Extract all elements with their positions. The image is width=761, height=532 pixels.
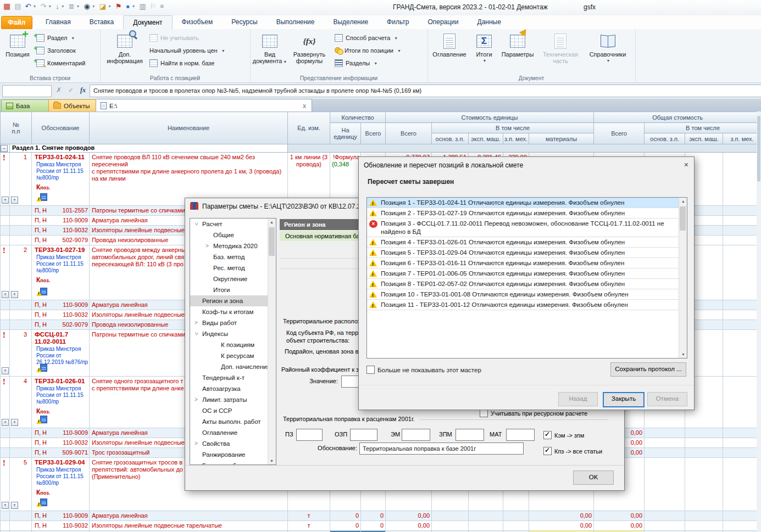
resource-code-cell[interactable]: П, Н110-9009 <box>32 511 90 521</box>
unit-cell[interactable]: т <box>288 521 330 531</box>
tree-item[interactable]: >Методика 2020 <box>190 240 276 251</box>
row-icon-cell[interactable] <box>1 438 10 448</box>
col-header-ozp[interactable]: основ. з.п. <box>432 133 469 144</box>
comment-button[interactable]: Комментарий <box>34 58 87 69</box>
tab-objects[interactable]: Объекты <box>48 99 98 112</box>
sort-level-icon[interactable]: ↓▼ <box>55 2 64 10</box>
back-button[interactable]: Назад <box>558 392 598 406</box>
tree-item[interactable]: Рес. метод <box>190 262 276 273</box>
resource-code-cell[interactable]: П, Н101-2557 <box>32 206 90 216</box>
justification-cell[interactable]: ТЕР33-01-024-11Приказ Минстроя России от… <box>32 153 90 206</box>
col-header-zpm[interactable]: з.п. мех. <box>503 133 529 144</box>
total-em-cell[interactable] <box>685 458 723 511</box>
dont-show-checkbox[interactable]: Больше не показывать этот мастер <box>366 366 481 374</box>
recalc-list-item[interactable]: Позиция 5 - ТЕР33-01-029-04 Отличаются е… <box>367 248 687 258</box>
position-button[interactable]: Позиция <box>3 31 32 73</box>
section-button[interactable]: Раздел▼ <box>34 32 87 43</box>
additional-info-button[interactable]: Доп. информация <box>107 31 143 73</box>
tree-item[interactable]: Регион и зона <box>190 295 276 306</box>
row-icon-cell[interactable] <box>1 216 10 226</box>
function-icon[interactable]: fx <box>80 86 86 94</box>
resource-code-cell[interactable]: П, Н502-9079 <box>32 320 90 330</box>
checkbox-icon[interactable] <box>366 366 375 374</box>
resource-name-cell[interactable]: Изоляторы линейные подвесные тарельчатые <box>90 521 288 531</box>
tab-filtr[interactable]: Фильтр <box>377 15 418 29</box>
section-row[interactable]: −Раздел 1. Снятие проводов <box>1 144 761 153</box>
close-tab-icon[interactable]: x <box>303 102 306 110</box>
sections-button[interactable]: Разделы▼ <box>332 58 403 69</box>
total-cost-cell[interactable]: 0,00 <box>594 511 645 521</box>
section-fill-cell[interactable] <box>288 144 761 153</box>
tree-item[interactable]: ОС и ССР <box>190 405 276 416</box>
position-number-cell[interactable]: 1+ <box>10 153 32 206</box>
col-header-qty-total[interactable]: Всего <box>361 123 386 144</box>
tab-vstavka[interactable]: Вставка <box>80 15 124 29</box>
more-icon[interactable]: ≡ <box>160 3 163 9</box>
tree-item[interactable]: К позициям <box>190 339 276 350</box>
tree-item[interactable]: Доп. начисления <box>190 361 276 372</box>
resource-name-cell[interactable]: Арматура линейная <box>90 511 288 521</box>
total-zpm-cell[interactable] <box>723 226 761 236</box>
number-cell[interactable] <box>10 300 32 310</box>
outline-icon[interactable]: ≣▼ <box>69 2 80 10</box>
qty-total-cell[interactable]: 0 <box>361 511 386 521</box>
total-zpm-cell[interactable] <box>723 153 761 206</box>
col-header-mat[interactable]: материалы <box>529 133 594 144</box>
expand-icon[interactable]: + <box>11 291 18 298</box>
col-header-ozp[interactable]: основ. з.п. <box>645 133 685 144</box>
app-logo-icon[interactable]: ▦ <box>3 2 10 10</box>
total-cost-cell[interactable]: 0,00 <box>594 521 645 531</box>
expand-icon[interactable]: + <box>2 367 9 374</box>
qty-per-cell[interactable]: 0 <box>330 511 361 521</box>
resource-row[interactable]: П, Н110-9009Арматура линейнаят000,000,00… <box>1 511 761 521</box>
unit-cost-ozp-cell[interactable] <box>432 511 469 521</box>
mat-input[interactable] <box>506 429 535 441</box>
expand-icon[interactable]: + <box>11 502 18 509</box>
resource-code-cell[interactable]: П, Н509-9071 <box>32 448 90 458</box>
tab-dokument[interactable]: Документ <box>123 15 172 29</box>
row-icon-cell[interactable] <box>1 310 10 320</box>
pz-input[interactable] <box>296 429 323 441</box>
tree-item[interactable]: >Свойства <box>190 438 276 449</box>
kpz-all-checkbox[interactable]: Кпз -> все статьи <box>543 447 602 455</box>
justification-cell[interactable]: ТЕР33-01-027-19Приказ Минстроя России от… <box>32 245 90 300</box>
recalc-list-item[interactable]: Позиция 11 - ТЕР33-01-001-12 Отличаются … <box>367 300 687 310</box>
tab-vydelenie[interactable]: Выделение <box>324 15 377 29</box>
expand-icon[interactable]: + <box>11 197 18 204</box>
number-cell[interactable] <box>10 226 32 236</box>
tree-item[interactable]: >Лимит. затраты <box>190 394 276 405</box>
total-em-cell[interactable] <box>685 448 723 458</box>
totals-button[interactable]: Σ Итоги ▼ <box>470 31 498 73</box>
col-header-name[interactable]: Наименование <box>90 112 288 144</box>
recalc-list-item[interactable]: Позиция 7 - ТЕР01-01-006-05 Отличаются е… <box>367 268 687 279</box>
technical-part-button[interactable]: Техническая часть <box>537 31 584 73</box>
position-totals-button[interactable]: Итоги по позиции▼ <box>332 45 403 56</box>
number-cell[interactable] <box>10 320 32 330</box>
scrollbar-thumb[interactable] <box>680 206 686 231</box>
find-in-base-icon[interactable]: ◉▼ <box>84 2 96 10</box>
tree-item[interactable]: >Расчет <box>190 219 276 229</box>
total-ozp-cell[interactable] <box>645 448 685 458</box>
tree-item[interactable]: >Виды работ <box>190 317 276 328</box>
recalc-list-item[interactable]: Позиция 1 - ТЕР33-01-024-11 Отличаются е… <box>367 198 687 208</box>
unit-cost-em-cell[interactable] <box>469 521 503 531</box>
expand-icon[interactable]: + <box>2 197 9 204</box>
resource-code-cell[interactable]: П, Н110-9032 <box>32 438 90 448</box>
find-in-base-button[interactable]: Найти в норм. базе <box>147 58 227 69</box>
collapse-icon[interactable]: − <box>1 145 8 152</box>
scrollbar-thumb[interactable] <box>757 116 760 182</box>
total-ozp-cell[interactable] <box>645 521 685 531</box>
col-header-qty-per[interactable]: На единицу <box>330 123 361 144</box>
col-header-justification[interactable]: Обоснование <box>32 112 90 144</box>
number-cell[interactable] <box>10 511 32 521</box>
filter-flag-icon[interactable]: ⚑ <box>115 2 122 10</box>
row-icon-cell[interactable] <box>1 521 10 531</box>
ignore-button[interactable]: Не учитывать <box>147 32 227 43</box>
total-zpm-cell[interactable] <box>723 438 761 448</box>
col-header-zpm[interactable]: з.п. мех. <box>723 133 761 144</box>
scrollbar-thumb[interactable] <box>269 227 275 256</box>
total-ozp-cell[interactable] <box>645 428 685 438</box>
total-ozp-cell[interactable] <box>645 438 685 448</box>
number-cell[interactable] <box>10 438 32 448</box>
row-icon-cell[interactable] <box>1 236 10 245</box>
